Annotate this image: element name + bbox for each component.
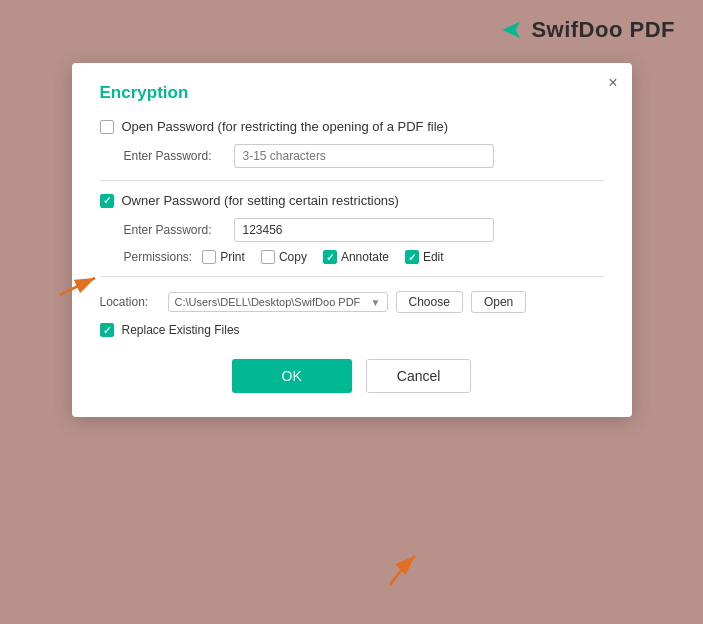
cancel-button[interactable]: Cancel — [366, 359, 472, 393]
owner-password-section: Owner Password (for setting certain rest… — [100, 193, 604, 264]
permissions-label: Permissions: — [124, 250, 193, 264]
open-password-row: Enter Password: — [100, 144, 604, 168]
perm-print-checkbox[interactable] — [202, 250, 216, 264]
replace-row: Replace Existing Files — [100, 323, 604, 337]
replace-checkbox[interactable] — [100, 323, 114, 337]
permissions-row: Permissions: Print Copy Annotate Edit — [100, 250, 604, 264]
location-label: Location: — [100, 295, 160, 309]
owner-password-header: Owner Password (for setting certain rest… — [100, 193, 604, 208]
perm-edit: Edit — [405, 250, 444, 264]
location-select[interactable]: C:\Users\DELL\Desktop\SwifDoo PDF ▼ — [168, 292, 388, 312]
dialog: × Encryption Open Password (for restrict… — [72, 63, 632, 417]
dialog-wrapper: × Encryption Open Password (for restrict… — [0, 53, 703, 417]
open-password-section: Open Password (for restricting the openi… — [100, 119, 604, 168]
perm-print-label: Print — [220, 250, 245, 264]
perm-copy-label: Copy — [279, 250, 307, 264]
divider-2 — [100, 276, 604, 277]
perm-copy-checkbox[interactable] — [261, 250, 275, 264]
open-password-checkbox[interactable] — [100, 120, 114, 134]
perm-edit-checkbox[interactable] — [405, 250, 419, 264]
action-row: OK Cancel — [100, 359, 604, 393]
owner-password-input[interactable] — [234, 218, 494, 242]
top-bar: ➤ SwifDoo PDF — [0, 0, 703, 53]
dialog-title: Encryption — [100, 83, 604, 103]
open-password-label: Open Password (for restricting the openi… — [122, 119, 449, 134]
owner-password-row: Enter Password: — [100, 218, 604, 242]
perm-copy: Copy — [261, 250, 307, 264]
owner-password-field-label: Enter Password: — [124, 223, 224, 237]
perm-edit-label: Edit — [423, 250, 444, 264]
perm-print: Print — [202, 250, 245, 264]
brand-icon: ➤ — [501, 14, 523, 45]
close-button[interactable]: × — [608, 75, 617, 91]
perm-annotate-checkbox[interactable] — [323, 250, 337, 264]
replace-label: Replace Existing Files — [122, 323, 240, 337]
ok-button[interactable]: OK — [232, 359, 352, 393]
choose-button[interactable]: Choose — [396, 291, 463, 313]
location-path: C:\Users\DELL\Desktop\SwifDoo PDF — [175, 296, 367, 308]
open-password-header: Open Password (for restricting the openi… — [100, 119, 604, 134]
location-row: Location: C:\Users\DELL\Desktop\SwifDoo … — [100, 291, 604, 313]
brand-name: SwifDoo PDF — [531, 17, 675, 43]
dropdown-arrow-icon: ▼ — [371, 297, 381, 308]
open-password-field-label: Enter Password: — [124, 149, 224, 163]
owner-password-label: Owner Password (for setting certain rest… — [122, 193, 399, 208]
owner-password-checkbox[interactable] — [100, 194, 114, 208]
open-password-input[interactable] — [234, 144, 494, 168]
open-button[interactable]: Open — [471, 291, 526, 313]
divider-1 — [100, 180, 604, 181]
perm-annotate-label: Annotate — [341, 250, 389, 264]
perm-annotate: Annotate — [323, 250, 389, 264]
